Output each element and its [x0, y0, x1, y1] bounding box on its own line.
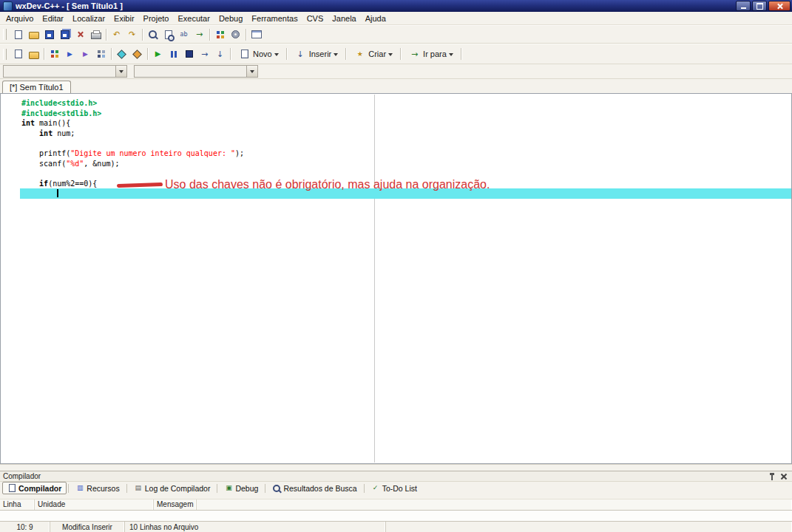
toolbar-grip[interactable] — [3, 49, 7, 60]
panel-splitter[interactable] — [0, 464, 792, 471]
save-all-button[interactable] — [57, 27, 72, 42]
menu-debug[interactable]: Debug — [214, 13, 247, 24]
code-editor[interactable]: #include<stdio.h>#include<stdlib.h>int m… — [0, 93, 792, 464]
panel-pin-button[interactable] — [767, 472, 777, 481]
search-results-tab-icon — [272, 484, 281, 493]
code-line[interactable]: #include<stdio.h> — [20, 98, 791, 109]
save-all-icon — [58, 29, 71, 41]
undo-button[interactable]: ↶ — [109, 27, 124, 42]
inserir-button[interactable]: ↓Inserir — [289, 47, 344, 62]
open-file-button[interactable] — [26, 27, 41, 42]
new-file-button[interactable] — [10, 27, 26, 42]
redo-button[interactable]: ↷ — [124, 27, 140, 42]
panel-tab-label: Log de Compilador — [145, 484, 211, 493]
new-source-button[interactable] — [10, 47, 26, 62]
menu-exibir[interactable]: Exibir — [109, 13, 139, 24]
toolbar-main: ↶↷ab→ — [10, 27, 264, 42]
goto-line-button[interactable]: → — [192, 27, 207, 42]
window-titlebar[interactable]: wxDev-C++ - [ Sem Título1 ] — [0, 0, 792, 12]
step-into-button[interactable]: ↓ — [212, 47, 228, 62]
minimize-button[interactable] — [736, 1, 751, 11]
compile-button[interactable] — [47, 47, 62, 62]
print-button[interactable] — [88, 27, 104, 42]
member-browser-dropdown-button[interactable] — [246, 66, 257, 77]
find-button[interactable] — [145, 27, 160, 42]
novo-button[interactable]: Novo — [233, 47, 284, 62]
continue-button[interactable]: ▶ — [150, 47, 166, 62]
project-options-button[interactable] — [228, 27, 243, 42]
criar-button[interactable]: ★Criar — [348, 47, 398, 62]
ir-para-button[interactable]: →Ir para — [403, 47, 458, 62]
menu-cvs[interactable]: CVS — [302, 13, 328, 24]
profile-button[interactable] — [129, 47, 145, 62]
compile-and-run-button[interactable]: ▶ — [78, 47, 93, 62]
panel-tab-log-de-compilador[interactable]: ▤Log de Compilador — [129, 482, 216, 494]
new-project-button[interactable] — [212, 27, 228, 42]
window-layout-button[interactable] — [248, 27, 264, 42]
maximize-button[interactable] — [752, 1, 767, 11]
insert-item-icon: ↓ — [294, 48, 307, 60]
status-bar: 10: 9Modifica Inserir10 Linhas no Arquiv… — [0, 521, 792, 532]
chevron-down-icon — [449, 53, 453, 58]
tab-separator — [364, 484, 365, 493]
stop-button[interactable] — [181, 47, 197, 62]
app-icon — [3, 1, 13, 11]
menu-localizar[interactable]: Localizar — [68, 13, 109, 24]
menu-ferramentas[interactable]: Ferramentas — [247, 13, 302, 24]
next-step-button[interactable]: → — [197, 47, 212, 62]
member-browser-combo[interactable] — [134, 65, 258, 78]
menu-janela[interactable]: Janela — [328, 13, 360, 24]
panel-close-button[interactable] — [779, 472, 789, 481]
panel-tab-resultados-de-busca[interactable]: Resultados de Busca — [267, 482, 362, 494]
goto-item-icon: → — [408, 48, 421, 60]
panel-tab-recursos[interactable]: ▥Recursos — [70, 482, 124, 494]
panel-tab-compilador[interactable]: Compilador — [2, 482, 67, 494]
step-into-icon: ↓ — [214, 48, 226, 60]
compile-icon — [48, 48, 61, 60]
menu-executar[interactable]: Executar — [173, 13, 214, 24]
debug-button[interactable] — [114, 47, 129, 62]
toolbar-grip[interactable] — [3, 29, 7, 40]
code-line[interactable] — [20, 168, 791, 179]
editor-tab[interactable]: [*] Sem Título1 — [2, 81, 71, 93]
rebuild-all-button[interactable] — [93, 47, 109, 62]
panel-tab-debug[interactable]: ▣Debug — [219, 482, 263, 494]
replace-button[interactable]: ab — [176, 27, 192, 42]
maximize-icon — [757, 3, 763, 10]
goto-line-icon: → — [193, 29, 206, 41]
stop-icon — [183, 48, 195, 60]
class-browser-dropdown-button[interactable] — [115, 66, 126, 77]
debug-tab-icon: ▣ — [224, 484, 233, 493]
next-step-icon: → — [198, 48, 211, 60]
find-in-files-button[interactable] — [160, 27, 176, 42]
close-file-button[interactable] — [72, 27, 88, 42]
toolbar-separator — [142, 29, 143, 41]
toolbar-separator — [147, 48, 148, 60]
column-header-mensagem[interactable]: Mensagem — [154, 499, 197, 510]
column-header-unidade[interactable]: Unidade — [35, 499, 154, 510]
code-line[interactable]: #include<stdlib.h> — [20, 109, 791, 119]
close-button[interactable] — [768, 1, 791, 11]
editor-tab-label: [*] Sem Título1 — [10, 83, 64, 92]
tab-separator — [265, 484, 265, 493]
class-browser-combo[interactable] — [3, 65, 127, 78]
code-line[interactable]: int main(){ — [20, 118, 791, 129]
menu-arquivo[interactable]: Arquivo — [1, 13, 38, 24]
open-file-icon — [27, 29, 40, 41]
menu-editar[interactable]: Editar — [38, 13, 68, 24]
run-button[interactable]: ▶ — [62, 47, 78, 62]
compiler-message-list[interactable] — [0, 511, 792, 521]
code-line[interactable]: printf("Digite um numero inteiro qualque… — [20, 149, 791, 159]
panel-tab-to-do-list[interactable]: ✓To-Do List — [366, 482, 422, 494]
code-line[interactable]: int num; — [20, 129, 791, 139]
pause-button[interactable] — [166, 47, 181, 62]
menu-projeto[interactable]: Projeto — [139, 13, 174, 24]
open-project-button[interactable] — [26, 47, 41, 62]
minimize-icon — [741, 7, 746, 9]
code-line[interactable] — [20, 138, 791, 149]
redo-icon: ↷ — [126, 29, 138, 41]
menu-ajuda[interactable]: Ajuda — [361, 13, 390, 24]
save-button[interactable] — [41, 27, 57, 42]
column-header-linha[interactable]: Linha — [0, 499, 35, 510]
code-line[interactable]: scanf("%d", &num); — [20, 159, 791, 169]
